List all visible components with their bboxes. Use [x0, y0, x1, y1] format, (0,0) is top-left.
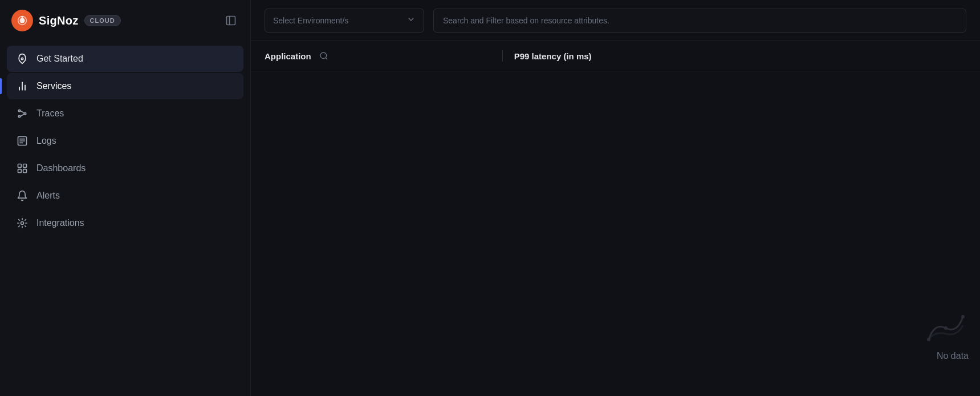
services-table: Application P99 latency (in ms): [251, 41, 980, 396]
col-latency-label: P99 latency (in ms): [514, 51, 592, 61]
sidebar-item-logs[interactable]: Logs: [7, 128, 243, 154]
top-bar: Select Environment/s Search and Filter b…: [251, 0, 980, 41]
col-latency: P99 latency (in ms): [514, 51, 966, 61]
col-divider: [502, 50, 503, 62]
sidebar-toggle-button[interactable]: [223, 13, 239, 29]
svg-line-24: [326, 58, 327, 59]
sidebar-item-label-integrations: Integrations: [36, 218, 84, 228]
traces-icon: [16, 107, 29, 120]
integrations-icon: [16, 217, 29, 229]
svg-point-23: [320, 52, 327, 59]
search-filter-placeholder: Search and Filter based on resource attr…: [443, 16, 609, 25]
no-data-icon: [923, 311, 969, 345]
sidebar-item-dashboards[interactable]: Dashboards: [7, 155, 243, 181]
sidebar-item-traces[interactable]: Traces: [7, 100, 243, 127]
app-name: SigNoz: [39, 14, 79, 27]
svg-rect-21: [23, 169, 27, 173]
sidebar-nav: Get Started Services: [0, 41, 250, 396]
svg-point-22: [21, 222, 24, 225]
app-logo: [11, 10, 33, 31]
rocket-icon: [16, 52, 29, 65]
dashboards-icon: [16, 162, 29, 175]
resource-filter-input[interactable]: Search and Filter based on resource attr…: [433, 9, 966, 33]
sidebar-item-label-dashboards: Dashboards: [36, 163, 86, 173]
logo-group: SigNoz CLOUD: [11, 10, 121, 31]
alerts-icon: [16, 189, 29, 202]
sidebar-item-alerts[interactable]: Alerts: [7, 183, 243, 209]
sidebar-item-label-services: Services: [36, 81, 71, 91]
svg-point-2: [21, 16, 23, 18]
cloud-badge: CLOUD: [84, 15, 121, 26]
col-application: Application: [265, 49, 491, 63]
no-data-state: No data: [923, 311, 980, 395]
sidebar-item-label-logs: Logs: [36, 136, 56, 146]
sidebar-header: SigNoz CLOUD: [0, 0, 250, 41]
svg-rect-19: [23, 164, 27, 168]
svg-rect-18: [18, 164, 22, 168]
svg-line-13: [21, 114, 25, 116]
table-body: No data: [251, 71, 980, 395]
sidebar-item-label-alerts: Alerts: [36, 191, 60, 201]
sidebar-item-get-started[interactable]: Get Started: [7, 46, 243, 72]
sidebar-item-integrations[interactable]: Integrations: [7, 210, 243, 236]
svg-line-12: [21, 111, 25, 113]
chevron-down-icon: [406, 15, 416, 26]
svg-rect-3: [227, 17, 235, 25]
env-select-placeholder: Select Environment/s: [273, 16, 348, 25]
sidebar-item-services[interactable]: Services: [7, 73, 243, 99]
svg-point-0: [19, 18, 25, 23]
svg-point-25: [927, 338, 930, 341]
svg-point-26: [944, 326, 948, 330]
sidebar-item-label-get-started: Get Started: [36, 54, 83, 64]
logs-icon: [16, 135, 29, 147]
no-data-text: No data: [937, 351, 969, 361]
sidebar-item-label-traces: Traces: [36, 108, 64, 119]
bar-chart-icon: [16, 80, 29, 92]
main-content: Select Environment/s Search and Filter b…: [251, 0, 980, 396]
svg-point-5: [21, 58, 23, 59]
col-application-label: Application: [265, 51, 311, 61]
environment-select[interactable]: Select Environment/s: [265, 9, 424, 33]
svg-point-27: [961, 315, 965, 318]
table-header: Application P99 latency (in ms): [251, 41, 980, 71]
sidebar: SigNoz CLOUD Get Started: [0, 0, 251, 396]
application-search-button[interactable]: [317, 49, 331, 63]
svg-rect-20: [18, 169, 22, 173]
